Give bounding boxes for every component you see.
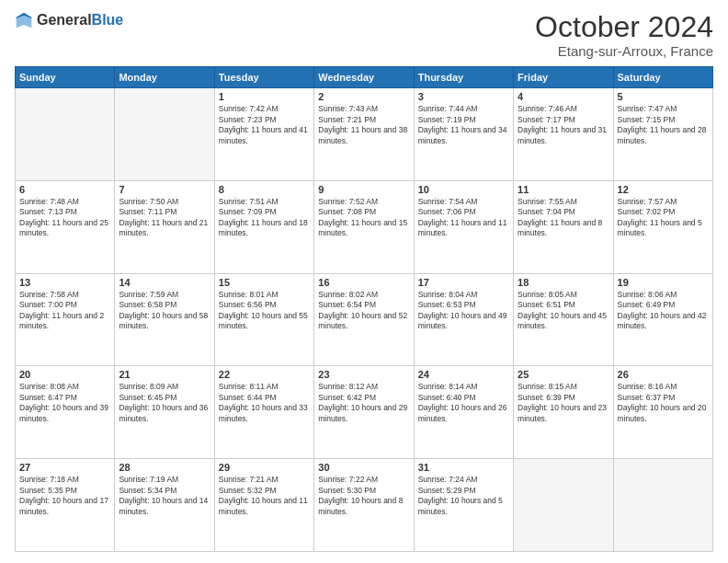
calendar-day-cell: 22Sunrise: 8:11 AMSunset: 6:44 PMDayligh… — [214, 366, 313, 459]
weekday-header: Saturday — [613, 67, 712, 88]
day-number: 4 — [518, 91, 609, 102]
calendar-day-cell: 18Sunrise: 8:05 AMSunset: 6:51 PMDayligh… — [514, 273, 613, 366]
page-title: October 2024 — [535, 11, 713, 43]
logo: General Blue — [15, 11, 123, 29]
calendar-week-row: 20Sunrise: 8:08 AMSunset: 6:47 PMDayligh… — [16, 366, 713, 459]
day-info: Sunrise: 8:05 AMSunset: 6:51 PMDaylight:… — [518, 290, 609, 332]
day-info: Sunrise: 8:06 AMSunset: 6:49 PMDaylight:… — [618, 290, 709, 332]
header: General Blue October 2024 Etang-sur-Arro… — [15, 11, 713, 59]
calendar-day-cell: 12Sunrise: 7:57 AMSunset: 7:02 PMDayligh… — [613, 180, 712, 273]
weekday-header: Monday — [115, 67, 214, 88]
day-number: 20 — [19, 369, 110, 380]
day-info: Sunrise: 7:55 AMSunset: 7:04 PMDaylight:… — [518, 197, 609, 239]
day-number: 14 — [119, 277, 210, 288]
calendar-day-cell: 15Sunrise: 8:01 AMSunset: 6:56 PMDayligh… — [214, 273, 313, 366]
calendar-day-cell: 2Sunrise: 7:43 AMSunset: 7:21 PMDaylight… — [314, 88, 414, 181]
calendar-day-cell: 17Sunrise: 8:04 AMSunset: 6:53 PMDayligh… — [414, 273, 513, 366]
day-number: 16 — [318, 277, 409, 288]
day-number: 23 — [318, 369, 409, 380]
day-number: 30 — [318, 462, 409, 473]
day-info: Sunrise: 7:44 AMSunset: 7:19 PMDaylight:… — [418, 104, 509, 146]
day-number: 11 — [518, 184, 609, 195]
day-number: 12 — [618, 184, 709, 195]
calendar-day-cell — [115, 88, 214, 181]
calendar-day-cell: 16Sunrise: 8:02 AMSunset: 6:54 PMDayligh… — [314, 273, 414, 366]
day-number: 18 — [518, 277, 609, 288]
day-info: Sunrise: 7:19 AMSunset: 5:34 PMDaylight:… — [119, 475, 210, 517]
day-info: Sunrise: 8:16 AMSunset: 6:37 PMDaylight:… — [618, 382, 709, 424]
day-number: 6 — [19, 184, 110, 195]
calendar-day-cell — [514, 459, 613, 552]
calendar-day-cell: 19Sunrise: 8:06 AMSunset: 6:49 PMDayligh… — [613, 273, 712, 366]
calendar-day-cell: 29Sunrise: 7:21 AMSunset: 5:32 PMDayligh… — [214, 459, 313, 552]
calendar-day-cell: 6Sunrise: 7:48 AMSunset: 7:13 PMDaylight… — [16, 180, 115, 273]
weekday-header: Sunday — [16, 67, 115, 88]
day-info: Sunrise: 7:54 AMSunset: 7:06 PMDaylight:… — [418, 197, 509, 239]
calendar-day-cell: 1Sunrise: 7:42 AMSunset: 7:23 PMDaylight… — [214, 88, 313, 181]
calendar-day-cell: 5Sunrise: 7:47 AMSunset: 7:15 PMDaylight… — [613, 88, 712, 181]
day-info: Sunrise: 7:24 AMSunset: 5:29 PMDaylight:… — [418, 475, 509, 517]
day-info: Sunrise: 7:51 AMSunset: 7:09 PMDaylight:… — [219, 197, 310, 239]
day-number: 9 — [318, 184, 409, 195]
day-info: Sunrise: 7:46 AMSunset: 7:17 PMDaylight:… — [518, 104, 609, 146]
calendar-day-cell: 26Sunrise: 8:16 AMSunset: 6:37 PMDayligh… — [613, 366, 712, 459]
day-info: Sunrise: 7:21 AMSunset: 5:32 PMDaylight:… — [219, 475, 310, 517]
day-number: 31 — [418, 462, 509, 473]
weekday-header: Wednesday — [314, 67, 414, 88]
day-info: Sunrise: 8:14 AMSunset: 6:40 PMDaylight:… — [418, 382, 509, 424]
day-number: 26 — [618, 369, 709, 380]
calendar-day-cell: 23Sunrise: 8:12 AMSunset: 6:42 PMDayligh… — [314, 366, 414, 459]
day-info: Sunrise: 7:57 AMSunset: 7:02 PMDaylight:… — [618, 197, 709, 239]
day-info: Sunrise: 7:59 AMSunset: 6:58 PMDaylight:… — [119, 290, 210, 332]
day-info: Sunrise: 8:11 AMSunset: 6:44 PMDaylight:… — [219, 382, 310, 424]
day-number: 15 — [219, 277, 310, 288]
calendar-header-row: SundayMondayTuesdayWednesdayThursdayFrid… — [16, 67, 713, 88]
weekday-header: Friday — [514, 67, 613, 88]
day-info: Sunrise: 8:12 AMSunset: 6:42 PMDaylight:… — [318, 382, 409, 424]
day-info: Sunrise: 8:02 AMSunset: 6:54 PMDaylight:… — [318, 290, 409, 332]
day-number: 7 — [119, 184, 210, 195]
calendar-week-row: 13Sunrise: 7:58 AMSunset: 7:00 PMDayligh… — [16, 273, 713, 366]
day-number: 22 — [219, 369, 310, 380]
calendar-day-cell: 28Sunrise: 7:19 AMSunset: 5:34 PMDayligh… — [115, 459, 214, 552]
calendar-day-cell: 10Sunrise: 7:54 AMSunset: 7:06 PMDayligh… — [414, 180, 513, 273]
calendar-day-cell: 14Sunrise: 7:59 AMSunset: 6:58 PMDayligh… — [115, 273, 214, 366]
day-number: 21 — [119, 369, 210, 380]
calendar-day-cell: 27Sunrise: 7:18 AMSunset: 5:35 PMDayligh… — [16, 459, 115, 552]
day-number: 27 — [19, 462, 110, 473]
calendar-table: SundayMondayTuesdayWednesdayThursdayFrid… — [15, 66, 713, 552]
day-info: Sunrise: 8:15 AMSunset: 6:39 PMDaylight:… — [518, 382, 609, 424]
day-info: Sunrise: 7:50 AMSunset: 7:11 PMDaylight:… — [119, 197, 210, 239]
calendar-day-cell: 30Sunrise: 7:22 AMSunset: 5:30 PMDayligh… — [314, 459, 414, 552]
calendar-week-row: 6Sunrise: 7:48 AMSunset: 7:13 PMDaylight… — [16, 180, 713, 273]
calendar-day-cell: 3Sunrise: 7:44 AMSunset: 7:19 PMDaylight… — [414, 88, 513, 181]
day-number: 25 — [518, 369, 609, 380]
day-number: 13 — [19, 277, 110, 288]
day-number: 5 — [618, 91, 709, 102]
day-info: Sunrise: 8:04 AMSunset: 6:53 PMDaylight:… — [418, 290, 509, 332]
calendar-day-cell: 4Sunrise: 7:46 AMSunset: 7:17 PMDaylight… — [514, 88, 613, 181]
page-subtitle: Etang-sur-Arroux, France — [535, 43, 713, 59]
title-block: October 2024 Etang-sur-Arroux, France — [535, 11, 713, 59]
day-number: 2 — [318, 91, 409, 102]
day-number: 8 — [219, 184, 310, 195]
calendar-week-row: 27Sunrise: 7:18 AMSunset: 5:35 PMDayligh… — [16, 459, 713, 552]
day-info: Sunrise: 7:52 AMSunset: 7:08 PMDaylight:… — [318, 197, 409, 239]
calendar-week-row: 1Sunrise: 7:42 AMSunset: 7:23 PMDaylight… — [16, 88, 713, 181]
calendar-day-cell: 7Sunrise: 7:50 AMSunset: 7:11 PMDaylight… — [115, 180, 214, 273]
day-number: 19 — [618, 277, 709, 288]
day-info: Sunrise: 8:09 AMSunset: 6:45 PMDaylight:… — [119, 382, 210, 424]
day-number: 24 — [418, 369, 509, 380]
logo-blue-text: Blue — [92, 12, 124, 29]
day-info: Sunrise: 7:22 AMSunset: 5:30 PMDaylight:… — [318, 475, 409, 517]
calendar-day-cell: 31Sunrise: 7:24 AMSunset: 5:29 PMDayligh… — [414, 459, 513, 552]
weekday-header: Thursday — [414, 67, 513, 88]
logo-icon — [15, 11, 33, 29]
day-number: 28 — [119, 462, 210, 473]
weekday-header: Tuesday — [214, 67, 313, 88]
day-number: 3 — [418, 91, 509, 102]
day-info: Sunrise: 7:48 AMSunset: 7:13 PMDaylight:… — [19, 197, 110, 239]
day-number: 29 — [219, 462, 310, 473]
calendar-day-cell: 11Sunrise: 7:55 AMSunset: 7:04 PMDayligh… — [514, 180, 613, 273]
day-info: Sunrise: 7:43 AMSunset: 7:21 PMDaylight:… — [318, 104, 409, 146]
